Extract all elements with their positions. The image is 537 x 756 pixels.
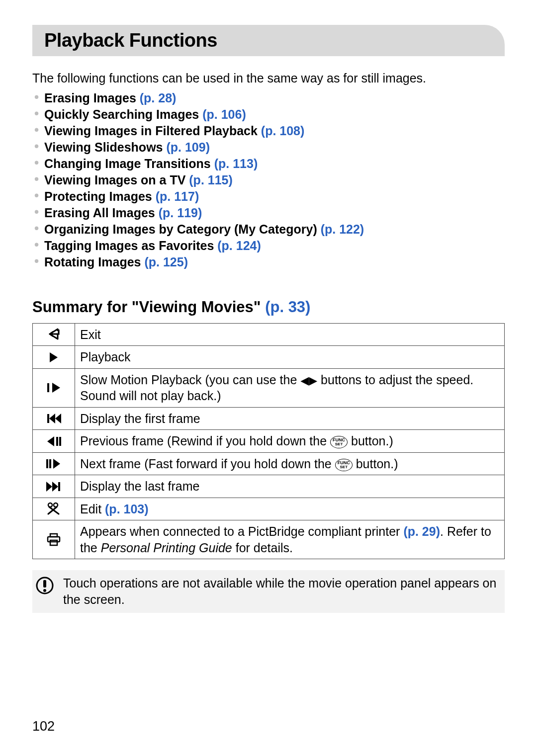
svg-rect-11 — [50, 540, 57, 545]
table-desc: Display the first frame — [75, 407, 505, 430]
func-set-button-icon: FUNCSET — [335, 459, 353, 471]
edit-icon — [33, 498, 75, 520]
page-ref[interactable]: (p. 109) — [166, 140, 210, 154]
table-desc: Slow Motion Playback (you can use the ◀▶… — [75, 368, 505, 407]
table-row: Edit (p. 103) — [33, 498, 505, 520]
svg-rect-5 — [49, 459, 51, 468]
svg-rect-0 — [47, 383, 49, 392]
list-item: Erasing All Images (p. 119) — [34, 205, 505, 221]
func-set-button-icon: FUNCSET — [330, 436, 348, 448]
list-item: Rotating Images (p. 125) — [34, 254, 505, 270]
table-desc: Next frame (Fast forward if you hold dow… — [75, 452, 505, 475]
table-desc: Playback — [75, 346, 505, 369]
svg-rect-3 — [59, 437, 61, 446]
list-item: Viewing Slideshows (p. 109) — [34, 139, 505, 156]
page-ref[interactable]: (p. 28) — [140, 91, 177, 105]
table-row: Exit — [33, 323, 505, 346]
page-ref[interactable]: (p. 124) — [217, 239, 261, 252]
page-ref[interactable]: (p. 103) — [105, 502, 149, 516]
table-row: Slow Motion Playback (you can use the ◀▶… — [33, 368, 505, 407]
table-desc: Previous frame (Rewind if you hold down … — [75, 430, 505, 453]
list-item: Changing Image Transitions (p. 113) — [34, 156, 505, 172]
list-item: Viewing Images on a TV (p. 115) — [34, 172, 505, 188]
left-right-arrows-icon: ◀▶ — [300, 374, 317, 387]
table-row: Display the first frame — [33, 407, 505, 430]
section-header: Playback Functions — [32, 25, 505, 56]
play-icon — [33, 346, 75, 369]
table-row: Playback — [33, 346, 505, 369]
svg-point-14 — [43, 589, 46, 592]
svg-rect-13 — [43, 580, 46, 588]
subheading: Summary for "Viewing Movies" (p. 33) — [32, 298, 505, 316]
page-number: 102 — [32, 719, 55, 734]
slow-play-icon — [33, 368, 75, 407]
page-ref[interactable]: (p. 119) — [159, 206, 202, 220]
table-row: Appears when connected to a PictBridge c… — [33, 520, 505, 559]
table-desc: Edit (p. 103) — [75, 498, 505, 520]
page-ref[interactable]: (p. 122) — [321, 222, 364, 236]
list-item: Organizing Images by Category (My Catego… — [34, 221, 505, 238]
page-ref[interactable]: (p. 125) — [144, 255, 188, 269]
note-box: Touch operations are not available while… — [32, 570, 505, 613]
intro-text: The following functions can be used in t… — [32, 70, 505, 87]
svg-rect-2 — [56, 437, 58, 446]
movie-controls-table: Exit Playback Slow Motion Playback (you … — [32, 323, 505, 560]
table-row: Next frame (Fast forward if you hold dow… — [33, 452, 505, 475]
svg-rect-4 — [46, 459, 48, 468]
function-list: Erasing Images (p. 28) Quickly Searching… — [32, 90, 505, 270]
page-ref[interactable]: (p. 113) — [214, 157, 258, 170]
table-desc: Display the last frame — [75, 475, 505, 498]
table-row: Display the last frame — [33, 475, 505, 498]
table-desc: Appears when connected to a PictBridge c… — [75, 520, 505, 559]
page-ref[interactable]: (p. 115) — [189, 173, 233, 187]
list-item: Tagging Images as Favorites (p. 124) — [34, 238, 505, 254]
page-ref[interactable]: (p. 29) — [403, 524, 440, 538]
last-frame-icon — [33, 475, 75, 498]
svg-rect-6 — [58, 482, 60, 491]
first-frame-icon — [33, 407, 75, 430]
print-icon — [33, 520, 75, 559]
page-ref[interactable]: (p. 33) — [265, 298, 310, 316]
page-ref[interactable]: (p. 117) — [156, 189, 199, 203]
table-desc: Exit — [75, 323, 505, 346]
list-item: Protecting Images (p. 117) — [34, 188, 505, 205]
page-ref[interactable]: (p. 108) — [261, 124, 305, 138]
page-title: Playback Functions — [44, 30, 217, 51]
page-ref[interactable]: (p. 106) — [202, 107, 246, 121]
list-item: Erasing Images (p. 28) — [34, 90, 505, 106]
prev-frame-icon — [33, 430, 75, 453]
list-item: Quickly Searching Images (p. 106) — [34, 106, 505, 123]
note-text: Touch operations are not available while… — [63, 575, 499, 608]
caution-icon — [35, 576, 54, 595]
next-frame-icon — [33, 452, 75, 475]
svg-rect-10 — [48, 537, 60, 542]
svg-rect-1 — [47, 414, 49, 423]
table-row: Previous frame (Rewind if you hold down … — [33, 430, 505, 453]
list-item: Viewing Images in Filtered Playback (p. … — [34, 123, 505, 139]
return-icon — [33, 323, 75, 346]
